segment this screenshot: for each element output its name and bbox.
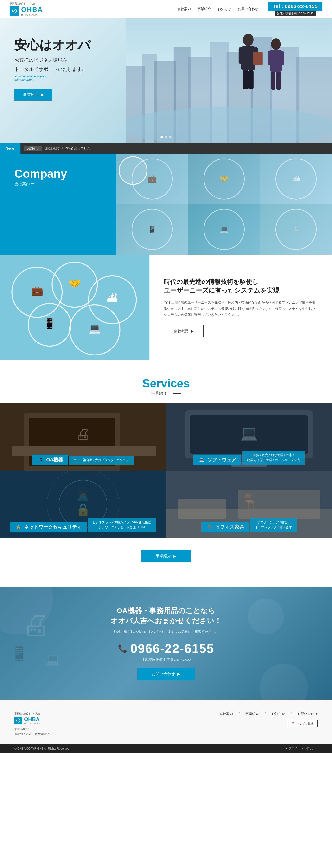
cta-tel-hours: 【電話受付時間】 平日8:30・17:30	[110, 658, 222, 662]
footer-logo-icon: O	[15, 717, 22, 724]
footer-nav-company[interactable]: 会社案内	[219, 712, 240, 716]
svg-text:🤝: 🤝	[219, 174, 229, 184]
company-name-small: 事務機の(有)オオバ人吉	[10, 2, 35, 5]
svg-text:📱: 📱	[43, 317, 56, 330]
svg-text:🪑: 🪑	[240, 493, 258, 510]
dot-2[interactable]	[165, 136, 167, 138]
service-oa-name-row: 🖨 OA機器	[32, 455, 68, 465]
service-sw-overlay: 💻 ソフトウェア 財務 / 販売 / 勤怠管理 / 土木 /建業向け施工管理 /…	[166, 447, 332, 470]
nav-news[interactable]: お知らせ	[218, 7, 231, 11]
service-sw-name-row: 💻 ソフトウェア	[193, 455, 241, 465]
hero-title: 安心はオオバ	[15, 37, 90, 52]
service-sw-desc: 財務 / 販売 / 勤怠管理 / 土木 /建業向け施工管理 / ホームページ作成	[242, 451, 305, 465]
cta-tel-row: 📞 0966-22-6155	[110, 641, 222, 656]
nav-contact[interactable]: お問い合わせ	[238, 7, 258, 11]
hero-image	[126, 18, 332, 143]
svg-rect-18	[243, 70, 248, 89]
footer-map-button[interactable]: 📍 マップを見る	[287, 720, 317, 727]
hero-cta-button[interactable]: 事業紹介 ▶	[15, 89, 52, 101]
service-net-name-row: 🔒 ネットワークセキュリティ	[10, 522, 87, 532]
svg-text:💻: 💻	[46, 652, 61, 666]
hero-subtitle2: トータルでサポートいたします。	[15, 65, 90, 73]
hero-content: 安心はオオバ お客様のビジネス環境を トータルでサポートいたします。 Provi…	[15, 37, 90, 101]
cta-circle-3	[248, 598, 284, 634]
svg-text:👩‍💻: 👩‍💻	[77, 490, 89, 502]
footer-nav: 会社案内 事業紹介 お知らせ お問い合わせ	[219, 712, 317, 716]
service-card-oa: 🖨 🖨 OA機器 カラー複合機 / 大判プリンタ / パソコン	[0, 403, 166, 470]
footer-address: 〒868-0013 熊本県人吉市上薩摩瀬町1461-3	[15, 727, 55, 736]
company-info-body: 当社は各階層のユーザーニーズを先取り、経済的・技術的な側面から検討するプランニン…	[164, 300, 317, 318]
svg-point-13	[126, 107, 332, 143]
tel-header: Tel : 0966-22-6155	[268, 2, 322, 11]
header: 事務機の(有)オオバ人吉 O OHBA HITOYOSHI 会社案内 事業紹介 …	[0, 0, 332, 18]
cta-tel-icon: 📞	[118, 644, 128, 653]
svg-rect-22	[268, 51, 272, 65]
dot-1[interactable]	[161, 136, 163, 138]
company-info-text: 時代の最先端の情報技術を駆使し ユーザーニーズに有ったシステムを実現 当社は各階…	[149, 255, 332, 360]
service-oa-desc: カラー複合機 / 大判プリンタ / パソコン	[69, 456, 134, 465]
svg-point-20	[271, 38, 281, 50]
svg-text:🤝: 🤝	[68, 277, 81, 289]
company-images: 💼 🤝 🏙 📱 💻 🖨	[116, 154, 332, 255]
cta-section: 🖨 📱 💻 OA機器・事務用品のことなら オオバ人吉へおまかせください！ 地域に…	[0, 587, 332, 700]
service-card-furniture: 🪑 🪑 オフィス家具 デスク / チェア / 書棚 /オープンラック / 耐火金…	[166, 470, 332, 538]
service-oa-overlay: 🖨 OA機器 カラー複合機 / 大判プリンタ / パソコン	[0, 451, 166, 470]
service-furniture-name: オフィス家具	[215, 524, 244, 530]
service-card-sw: 💻 💻 ソフトウェア 財務 / 販売 / 勤怠管理 / 土木 /建業向け施工管理…	[166, 403, 332, 470]
footer-nav-services[interactable]: 事業紹介	[245, 712, 266, 716]
svg-text:💻: 💻	[240, 425, 258, 442]
company-img-5: 💻	[188, 204, 260, 255]
tel-block: Tel : 0966-22-6155 受付対応時間 平日8:30〜17:30	[268, 2, 322, 16]
copyright: © OHBA COPYRIGHT All Rights Reserved.	[15, 747, 70, 750]
company-title-en: Company	[15, 168, 107, 180]
company-img-3: 🏙	[260, 154, 332, 204]
nav-tel-area: 会社案内 事業紹介 お知らせ お問い合わせ Tel : 0966-22-6155…	[177, 2, 322, 16]
news-tag: お知らせ	[24, 146, 42, 151]
cta-circle-2	[260, 663, 308, 700]
footer-nav-news[interactable]: お知らせ	[271, 712, 292, 716]
logo-sub: HITOYOSHI	[21, 13, 43, 16]
logo-ohba: OHBA	[21, 6, 43, 13]
logo-area: 事務機の(有)オオバ人吉 O OHBA HITOYOSHI	[10, 2, 43, 16]
footer-nav-area: 会社案内 事業紹介 お知らせ お問い合わせ 📍 マップを見る	[219, 712, 317, 727]
sw-icon: 💻	[198, 457, 205, 463]
services-section: Services 事業紹介 一 🖨 🖨 OA機器	[0, 360, 332, 587]
service-card-net: 👩‍💻 🔒 🔒 ネットワークセキュリティ ビジネスホン / 防犯カメラ / VP…	[0, 470, 166, 538]
svg-text:💼: 💼	[31, 285, 44, 297]
cta-subtitle: 地域に根ざした地元のオオバです。まずはお気軽にご相談ください。	[110, 630, 222, 634]
svg-text:💻: 💻	[88, 322, 101, 335]
service-net-desc: ビジネスホン / 防犯カメラ / VPN拠点接続テレワーク / リモート会議 /…	[88, 518, 156, 532]
footer-main: 事務機の(有)オオバ人吉 O OHBA HITOYOSHI 〒868-0013 …	[0, 700, 332, 744]
news-label: News	[0, 143, 21, 154]
cta-title: OA機器・事務用品のことなら オオバ人吉へおまかせください！	[110, 606, 222, 626]
hero-section: 安心はオオバ お客様のビジネス環境を トータルでサポートいたします。 Provi…	[0, 18, 332, 143]
svg-text:🏙: 🏙	[293, 175, 300, 183]
nav-services[interactable]: 事業紹介	[197, 7, 211, 11]
footer-nav-contact[interactable]: お問い合わせ	[297, 712, 317, 716]
company-title-jp: 会社案内 一	[15, 182, 107, 187]
dot-3[interactable]	[169, 136, 171, 138]
svg-text:🖨: 🖨	[22, 608, 51, 641]
footer-logo-main[interactable]: O OHBA HITOYOSHI	[15, 716, 40, 725]
services-cta-button[interactable]: 事業紹介 ▶	[141, 550, 191, 562]
cta-tel-number: 0966-22-6155	[130, 641, 214, 656]
furniture-icon: 🪑	[206, 524, 213, 531]
company-outline-button[interactable]: 会社概要 ▶	[164, 325, 204, 337]
news-date: 2021.6.30	[46, 147, 59, 150]
nav-company[interactable]: 会社案内	[177, 7, 191, 11]
svg-rect-26	[253, 52, 263, 65]
news-bar: News お知らせ 2021.6.30 HPを公開しました	[0, 143, 332, 154]
svg-point-14	[243, 34, 254, 46]
logo-main[interactable]: O OHBA HITOYOSHI	[10, 6, 43, 16]
hero-pagination	[161, 136, 171, 138]
logo-icon: O	[10, 6, 19, 16]
service-oa-name: OA機器	[46, 457, 63, 463]
cta-contact-button[interactable]: お問い合わせ ▶	[137, 668, 195, 680]
privacy-policy-link[interactable]: ▶ プライバシーポリシー	[285, 746, 317, 750]
svg-rect-25	[276, 71, 281, 90]
company-img-4: 📱	[116, 204, 188, 255]
svg-rect-16	[239, 47, 244, 64]
svg-text:O: O	[17, 719, 19, 722]
company-img-6: 🖨	[260, 204, 332, 255]
svg-text:📱: 📱	[148, 225, 157, 234]
